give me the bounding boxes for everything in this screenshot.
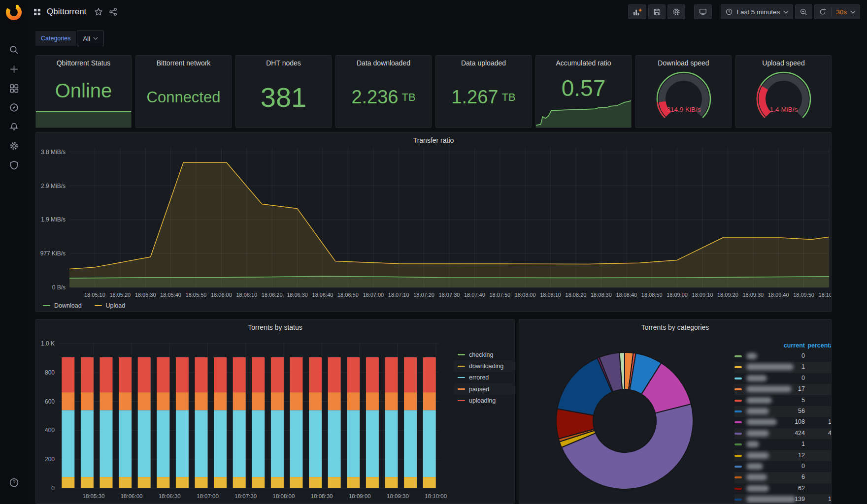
panel-title[interactable]: Torrents by categories bbox=[519, 323, 831, 331]
svg-text:18:06:10: 18:06:10 bbox=[236, 292, 257, 298]
svg-text:18:09:00: 18:09:00 bbox=[349, 493, 371, 499]
category-color-swatch bbox=[734, 488, 742, 490]
svg-text:18:05:10: 18:05:10 bbox=[84, 292, 105, 298]
stat-value-uploaded: 1.267TB bbox=[451, 67, 515, 127]
legend-item-download[interactable]: Download bbox=[43, 302, 82, 309]
svg-text:18:07:30: 18:07:30 bbox=[439, 292, 460, 298]
table-row: 17 2% bbox=[734, 384, 832, 395]
svg-text:18:06:50: 18:06:50 bbox=[337, 292, 359, 298]
category-percentage-value: 15% bbox=[828, 496, 832, 503]
server-admin-shield-icon[interactable] bbox=[0, 156, 28, 175]
torrents-by-status-chart: 02004006008001.0 K18:05:3018:06:0018:06:… bbox=[36, 319, 514, 504]
category-current-value: 17 bbox=[798, 385, 805, 392]
time-range-picker[interactable]: Last 5 minutes bbox=[721, 4, 793, 19]
cycle-view-mode-button[interactable] bbox=[694, 4, 712, 19]
table-row: 1 0% bbox=[734, 362, 832, 373]
table-row: 0 0% bbox=[734, 373, 832, 384]
table-header-percentage[interactable]: percentage bbox=[807, 342, 832, 349]
category-color-swatch bbox=[734, 466, 742, 468]
panel-data-downloaded: Data downloaded 2.236TB bbox=[335, 55, 432, 128]
svg-text:800: 800 bbox=[45, 369, 55, 376]
svg-text:18:07:50: 18:07:50 bbox=[489, 292, 510, 298]
category-name-redacted bbox=[746, 386, 792, 392]
category-color-swatch bbox=[734, 378, 742, 379]
legend-item-paused[interactable]: paused bbox=[454, 383, 513, 395]
variable-value-dropdown[interactable]: All bbox=[77, 31, 103, 46]
svg-text:18:08:50: 18:08:50 bbox=[641, 292, 663, 298]
svg-text:977 KiB/s: 977 KiB/s bbox=[40, 250, 66, 257]
grafana-logo[interactable] bbox=[4, 2, 24, 22]
category-name-redacted bbox=[746, 419, 777, 425]
svg-text:18:06:30: 18:06:30 bbox=[287, 292, 308, 298]
category-color-swatch bbox=[734, 355, 742, 357]
category-color-swatch bbox=[734, 400, 742, 402]
svg-text:18:07:20: 18:07:20 bbox=[413, 292, 434, 298]
star-icon[interactable] bbox=[94, 7, 103, 16]
svg-text:18:08:00: 18:08:00 bbox=[273, 493, 295, 499]
svg-text:400: 400 bbox=[45, 427, 55, 434]
svg-text:2.9 MiB/s: 2.9 MiB/s bbox=[41, 183, 66, 189]
svg-text:18:06:40: 18:06:40 bbox=[312, 292, 333, 298]
save-dashboard-button[interactable] bbox=[648, 4, 666, 19]
panel-bittorrent-network: Bittorrent network Connected bbox=[135, 55, 232, 128]
variable-label-categories[interactable]: Categories bbox=[35, 31, 76, 46]
upload-speed-gauge: 1.4 MiB/s bbox=[736, 67, 831, 127]
category-percentage-value: 47% bbox=[828, 430, 832, 437]
category-current-value: 5 bbox=[801, 397, 805, 404]
panel-title[interactable]: Torrents by status bbox=[36, 323, 514, 331]
dashboard-grid-icon[interactable] bbox=[33, 8, 41, 16]
add-panel-button[interactable] bbox=[628, 4, 646, 19]
legend-item-downloading[interactable]: downloading bbox=[454, 360, 513, 372]
panel-title[interactable]: Transfer ratio bbox=[36, 136, 831, 144]
panel-dht-nodes: DHT nodes 381 bbox=[235, 55, 332, 128]
variables-bar: Categories All bbox=[35, 31, 104, 46]
help-icon[interactable]: ? bbox=[0, 473, 28, 492]
clock-icon bbox=[725, 8, 733, 16]
table-header-current[interactable]: current bbox=[784, 342, 805, 349]
category-current-value: 1 bbox=[801, 363, 805, 370]
stat-value-network: Connected bbox=[147, 67, 221, 127]
table-row: 62 7% bbox=[734, 483, 832, 494]
legend-item-uploading[interactable]: uploading bbox=[454, 395, 513, 406]
category-color-swatch bbox=[734, 388, 742, 390]
table-row: 139 15% bbox=[734, 494, 832, 504]
svg-text:18:07:10: 18:07:10 bbox=[388, 292, 409, 298]
category-color-swatch bbox=[734, 443, 742, 445]
svg-text:0 B/s: 0 B/s bbox=[52, 284, 66, 291]
category-current-value: 139 bbox=[795, 496, 805, 503]
category-current-value: 62 bbox=[798, 485, 805, 492]
refresh-interval-label[interactable]: 30s bbox=[836, 8, 847, 16]
alerting-bell-icon[interactable] bbox=[0, 117, 28, 136]
legend-item-checking[interactable]: checking bbox=[454, 349, 513, 360]
svg-text:18:09:30: 18:09:30 bbox=[742, 292, 764, 298]
table-row: 6 1% bbox=[734, 472, 832, 483]
search-icon[interactable] bbox=[0, 40, 28, 60]
legend-color-dash bbox=[43, 305, 50, 307]
refresh-button[interactable]: 30s bbox=[814, 4, 860, 19]
category-color-swatch bbox=[734, 476, 742, 478]
legend-color-dash bbox=[458, 377, 465, 378]
svg-text:18:09:30: 18:09:30 bbox=[387, 493, 409, 499]
sidebar: ? bbox=[0, 0, 28, 504]
refresh-icon bbox=[819, 8, 827, 16]
create-plus-icon[interactable] bbox=[0, 60, 28, 79]
panel-torrents-by-status: Torrents by status 02004006008001.0 K18:… bbox=[35, 319, 515, 504]
svg-text:18:06:00: 18:06:00 bbox=[121, 493, 143, 499]
svg-text:18:09:50: 18:09:50 bbox=[793, 292, 814, 298]
variable-selected-value: All bbox=[83, 35, 90, 42]
svg-text:18:06:20: 18:06:20 bbox=[262, 292, 283, 298]
zoom-out-button[interactable] bbox=[795, 4, 812, 19]
dashboards-icon[interactable] bbox=[0, 79, 28, 98]
chevron-down-icon bbox=[783, 10, 789, 14]
stat-value-dht: 381 bbox=[261, 67, 306, 127]
dashboard-settings-button[interactable] bbox=[667, 4, 685, 19]
legend-color-dash bbox=[458, 388, 465, 390]
svg-text:18:07:00: 18:07:00 bbox=[197, 493, 219, 499]
explore-compass-icon[interactable] bbox=[0, 98, 28, 117]
legend-item-upload[interactable]: Upload bbox=[95, 302, 126, 309]
transfer-legend: DownloadUpload bbox=[43, 302, 125, 309]
share-icon[interactable] bbox=[109, 7, 118, 16]
dashboard-title: Qbittorrent bbox=[47, 7, 86, 17]
configuration-gear-icon[interactable] bbox=[0, 136, 28, 156]
legend-item-errored[interactable]: errored bbox=[454, 372, 513, 383]
